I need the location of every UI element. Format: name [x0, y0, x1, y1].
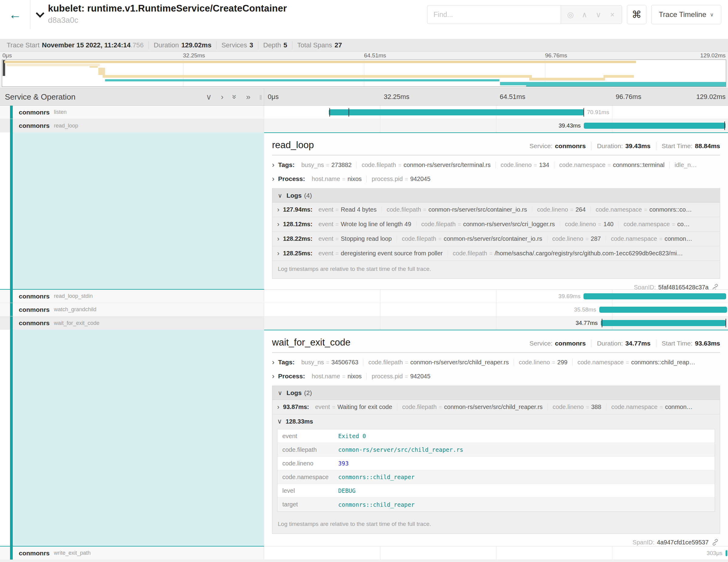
chevron-right-icon: › [277, 403, 279, 411]
span-name-cell[interactable]: conmonrs wait_for_exit_code [0, 316, 264, 330]
prev-match-icon[interactable]: ∧ [577, 10, 591, 19]
divider [272, 155, 720, 155]
log-entry[interactable]: › 128.25ms: event=deregistering event so… [272, 246, 720, 261]
expand-all-icon[interactable]: » [246, 93, 250, 101]
trace-minimap: 0μs 32.25ms 64.51ms 96.76ms 129.02ms [0, 52, 728, 88]
log-marker[interactable] [602, 319, 602, 327]
logs-count: (4) [304, 192, 312, 199]
collapse-trace-header-icon[interactable] [36, 9, 44, 18]
back-button[interactable]: ← [0, 0, 30, 29]
top-actions: ◎ ∧ ∨ × ⌘ Trace Timeline ∨ [427, 5, 721, 24]
next-match-icon[interactable]: ∨ [591, 10, 605, 19]
keyboard-shortcuts-button[interactable]: ⌘ [627, 5, 646, 24]
find-input[interactable] [427, 5, 561, 24]
span-bar[interactable] [584, 123, 726, 129]
tag-pill: busy_ns=273882 [296, 162, 357, 169]
log-field: code.lineno=140 [560, 221, 619, 228]
span-timeline-cell[interactable]: 303μs [264, 547, 728, 560]
span-detail-gutter [0, 132, 264, 290]
span-row-listen[interactable]: conmonrs listen 70.91ms [0, 106, 728, 119]
table-row: levelDEBUG [277, 484, 715, 498]
trace-start: Trace StartNovember 15 2022, 11:24:14.75… [2, 41, 149, 49]
log-entry-expanded-header[interactable]: ∨ 128.33ms [272, 414, 720, 428]
column-resizer-handle[interactable]: ‖ [259, 94, 262, 102]
collapse-one-icon[interactable]: ∨ [206, 93, 212, 101]
link-icon[interactable] [712, 539, 719, 546]
span-name-cell[interactable]: conmonrs listen [0, 106, 264, 119]
trace-view-selector[interactable]: Trace Timeline ∨ [651, 5, 721, 24]
minimap-canvas[interactable] [2, 60, 726, 87]
span-name-cell[interactable]: conmonrs write_exit_path [0, 547, 264, 560]
tag-pill: idle_n… [670, 162, 706, 169]
tick-label: 129.02ms [700, 52, 726, 59]
span-duration-label: 39.69ms [555, 290, 583, 303]
log-marker[interactable] [724, 121, 725, 130]
process-row[interactable]: › Process: host.name=nixos process.pid=9… [272, 369, 720, 383]
logs-section: ∨ Logs (4) › 127.94ms: event=Read 4 byte… [272, 188, 720, 279]
expand-collapse-controls: ∨ › » » [206, 93, 250, 101]
trace-services: Services3 [216, 41, 258, 49]
chevron-right-icon: › [272, 359, 274, 366]
logs-header[interactable]: ∨ Logs (4) [272, 189, 720, 203]
log-marker[interactable] [583, 108, 584, 117]
tag-pill: code.lineno=134 [496, 162, 554, 169]
tag-pill: busy_ns=34506763 [296, 359, 363, 366]
log-marker[interactable] [329, 108, 330, 117]
log-entry[interactable]: › 93.87ms: event=Waiting for exit code c… [272, 400, 720, 414]
log-field: code.filepath=/home/sascha/.cargo/regist… [448, 250, 688, 257]
process-pill: host.name=nixos [307, 373, 367, 380]
tags-row[interactable]: › Tags: busy_ns=34506763 code.filepath=c… [272, 355, 720, 369]
expand-one-icon[interactable]: › [221, 93, 223, 101]
span-id-row: SpanID: 5faf48165428c37a [272, 279, 720, 290]
span-timeline-cell[interactable]: 34.77ms [264, 316, 728, 330]
collapse-all-icon[interactable]: » [231, 95, 239, 99]
minimap-span-bar [529, 78, 605, 80]
log-field: code.filepath=conmon-rs/server/src/conta… [397, 235, 547, 242]
trace-depth: Depth5 [258, 41, 292, 49]
span-timeline-cell[interactable]: 39.69ms [264, 290, 728, 303]
span-bar[interactable] [583, 293, 726, 299]
span-timeline-cell[interactable]: 70.91ms [264, 106, 728, 119]
span-name-cell[interactable]: conmonrs watch_grandchild [0, 303, 264, 316]
span-row-read-loop[interactable]: conmonrs read_loop 39.43ms [0, 119, 728, 132]
span-duration-label: 39.43ms [556, 119, 584, 132]
clear-find-icon[interactable]: × [605, 10, 619, 19]
span-timeline-cell[interactable]: 35.58ms [264, 303, 728, 316]
span-name-cell[interactable]: conmonrs read_loop_stdin [0, 290, 264, 303]
span-row-watch-grandchild[interactable]: conmonrs watch_grandchild 35.58ms [0, 303, 728, 316]
process-pill: process.pid=942045 [367, 373, 435, 380]
logs-header[interactable]: ∨ Logs (2) [272, 386, 720, 400]
span-timeline-cell[interactable]: 39.43ms [264, 119, 728, 132]
span-row-wait-for-exit-code[interactable]: conmonrs wait_for_exit_code 34.77ms [0, 316, 728, 330]
minimap-span-bar [90, 66, 97, 68]
span-row-read-loop-stdin[interactable]: conmonrs read_loop_stdin 39.69ms [0, 290, 728, 303]
process-row[interactable]: › Process: host.name=nixos process.pid=9… [272, 172, 720, 186]
span-duration-label: 34.77ms [573, 316, 601, 330]
log-entry[interactable]: › 128.12ms: event=Wrote log line of leng… [272, 217, 720, 232]
span-bar[interactable] [726, 550, 728, 556]
log-entry[interactable]: › 128.22ms: event=Stopping read loop cod… [272, 232, 720, 246]
span-name-cell[interactable]: conmonrs read_loop [0, 119, 264, 132]
log-marker[interactable] [349, 108, 349, 117]
gridline [380, 119, 380, 132]
log-entry[interactable]: › 127.94ms: event=Read 4 bytes code.file… [272, 203, 720, 217]
tag-pill: code.lineno=299 [514, 359, 573, 366]
find-controls: ◎ ∧ ∨ × [561, 5, 622, 24]
chevron-right-icon: › [272, 161, 274, 169]
log-field: code.lineno=388 [548, 404, 606, 410]
operation-name: write_exit_path [54, 550, 91, 556]
service-operation-header: Service & Operation ∨ › » » ‖ [0, 88, 264, 105]
tick-label: 32.25ms [384, 93, 409, 101]
tick-label: 96.76ms [545, 52, 567, 59]
tags-row[interactable]: › Tags: busy_ns=273882 code.filepath=con… [272, 158, 720, 172]
span-bar[interactable] [329, 109, 584, 115]
locate-icon[interactable]: ◎ [563, 10, 577, 19]
link-icon[interactable] [712, 284, 719, 290]
span-row-write-exit-path[interactable]: conmonrs write_exit_path 303μs [0, 547, 728, 560]
log-marker[interactable] [726, 319, 726, 327]
span-bar[interactable] [601, 320, 726, 326]
service-operation-label: Service & Operation [5, 92, 76, 102]
minimap-span-bar [526, 85, 726, 87]
operation-name: listen [54, 109, 67, 115]
span-bar[interactable] [599, 307, 727, 313]
